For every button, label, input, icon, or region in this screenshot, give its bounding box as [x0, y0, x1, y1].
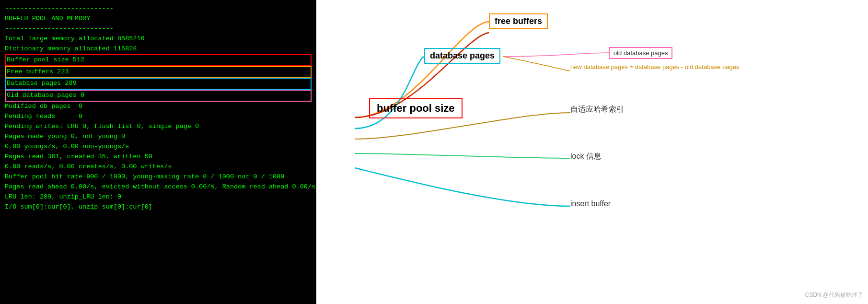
lock-label: lock 信息 [570, 152, 602, 162]
terminal-text: ---------------------------- BUFFER POOL… [5, 4, 312, 54]
database-pages-label: database pages [424, 48, 500, 64]
insert-buffer-label: insert buffer [570, 199, 611, 208]
buffer-pool-size-label: buffer pool size [369, 98, 463, 118]
terminal-text-2: Modified db pages 0 Pending reads 0 Pend… [5, 102, 312, 212]
watermark: CSDN @代码被吃掉了 [805, 291, 863, 299]
buffer-pool-size-line: Buffer pool size 512 [5, 54, 312, 66]
terminal-panel: ---------------------------- BUFFER POOL… [0, 0, 316, 304]
old-database-pages-label: old database pages [609, 47, 672, 59]
database-pages-line: Database pages 289 [5, 78, 312, 90]
free-buffers-label: free buffers [489, 13, 548, 29]
adaptive-hash-label: 自适应哈希索引 [570, 105, 624, 115]
old-database-pages-line: Old database pages 0 [5, 90, 312, 102]
free-buffers-line: Free buffers 223 [5, 66, 312, 78]
diagram-panel: free buffers database pages buffer pool … [316, 0, 868, 304]
new-database-pages-label: new database pages = database pages - ol… [570, 63, 739, 70]
